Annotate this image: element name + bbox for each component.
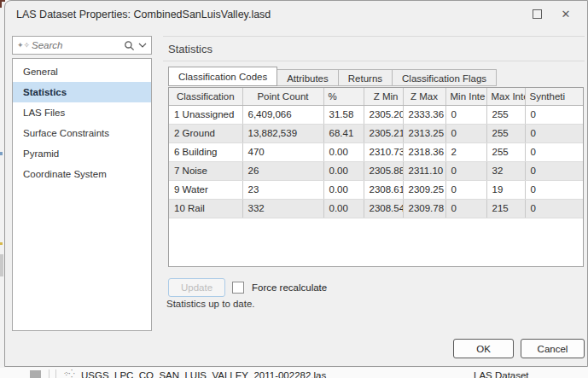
table-cell: 1 Unassigned: [169, 105, 242, 124]
background-speck: [0, 152, 3, 155]
column-header-point-count[interactable]: Point Count: [242, 88, 323, 105]
table-cell: 332: [242, 199, 323, 218]
table-cell: 13,882,539: [242, 124, 323, 142]
table-cell: 2309.78: [403, 199, 445, 218]
table-cell: 2318.36: [403, 142, 445, 161]
table-cell: 0: [445, 180, 486, 199]
tree-guide-line: [55, 369, 56, 378]
table-cell: 0: [445, 199, 486, 218]
table-cell: 0.00: [323, 142, 364, 161]
force-recalculate-label: Force recalculate: [252, 282, 327, 293]
table-cell: 0: [525, 161, 583, 180]
tree-guide-line: [49, 369, 49, 378]
table-cell: 23: [242, 180, 323, 199]
background-corner-mark: [0, 0, 2, 8]
las-dataset-properties-dialog: LAS Dataset Properties: CombinedSanLuisV…: [4, 0, 588, 367]
table-cell: 0.00: [323, 161, 364, 180]
column-header--[interactable]: %: [323, 88, 364, 105]
close-icon: ✕: [562, 9, 571, 20]
update-button[interactable]: Update: [168, 278, 225, 297]
table-cell: 2: [445, 142, 486, 161]
sidebar-item-pyramid[interactable]: Pyramid: [13, 143, 151, 164]
table-cell: 2305.20: [364, 105, 403, 124]
table-cell: 470: [242, 142, 323, 161]
chevron-down-icon[interactable]: [138, 43, 147, 48]
table-cell: 255: [486, 142, 525, 161]
table-cell: 0: [445, 161, 486, 180]
table-cell: 2305.88: [364, 161, 403, 180]
dialog-title: LAS Dataset Properties: CombinedSanLuisV…: [16, 9, 522, 20]
sidebar-item-coordinate-system[interactable]: Coordinate System: [13, 164, 151, 184]
table-cell: 0.00: [323, 180, 364, 199]
page-title: Statistics: [168, 43, 212, 55]
background-catalog-row[interactable]: ⁘⁛ USGS_LPC_CO_SAN_LUIS_VALLEY_2011-0022…: [0, 368, 588, 378]
sidebar-item-statistics[interactable]: Statistics: [13, 82, 151, 102]
tab-returns[interactable]: Returns: [339, 69, 393, 86]
force-recalculate-checkbox[interactable]: [232, 282, 244, 294]
sidebar-item-general[interactable]: General: [13, 61, 151, 82]
filter-sparkle-icon: ✦✧: [17, 41, 28, 49]
table-cell: 0: [525, 180, 583, 199]
properties-nav-list: GeneralStatisticsLAS FilesSurface Constr…: [12, 58, 152, 331]
statistics-tabs: Classification CodesAttributesReturnsCla…: [168, 67, 497, 86]
table-cell: 255: [486, 124, 525, 142]
cancel-button[interactable]: Cancel: [521, 339, 585, 358]
table-cell: 9 Water: [169, 180, 242, 199]
table-cell: 2308.61: [364, 180, 403, 199]
table-cell: 6 Building: [169, 142, 242, 161]
las-file-icon: ⁘⁛: [63, 369, 75, 378]
sidebar-item-las-files[interactable]: LAS Files: [13, 102, 151, 123]
background-scrollbar-fragment: [0, 254, 3, 276]
tab-attributes[interactable]: Attributes: [277, 69, 339, 86]
table-cell: 10 Rail: [169, 199, 242, 218]
table-cell: 68.41: [323, 124, 364, 142]
background-speck: [0, 242, 3, 245]
table-row[interactable]: 7 Noise260.002305.882311.100320: [169, 161, 583, 180]
table-row[interactable]: 9 Water230.002308.612309.250190: [169, 180, 583, 199]
las-file-name: USGS_LPC_CO_SAN_LUIS_VALLEY_2011-002282.…: [81, 370, 326, 378]
content-top-divider: [163, 36, 585, 37]
sidebar-item-surface-constraints[interactable]: Surface Constraints: [13, 123, 151, 143]
las-file-type: LAS Dataset: [474, 370, 529, 378]
tab-classification-codes[interactable]: Classification Codes: [168, 67, 277, 86]
table-cell: 7 Noise: [169, 161, 242, 180]
table-cell: 0: [445, 124, 486, 142]
table-cell: 2309.25: [403, 180, 445, 199]
table-cell: 2308.54: [364, 199, 403, 218]
table-row[interactable]: 10 Rail3320.002308.542309.7802150: [169, 199, 583, 218]
table-cell: 0: [525, 199, 583, 218]
table-cell: 215: [486, 199, 525, 218]
search-placeholder: Search: [32, 40, 120, 50]
sidebar-search-box[interactable]: ✦✧ Search: [12, 36, 152, 55]
table-cell: 2310.73: [364, 142, 403, 161]
table-cell: 2311.10: [403, 161, 445, 180]
table-cell: 31.58: [323, 105, 364, 124]
table-cell: 0: [525, 105, 583, 124]
ok-button[interactable]: OK: [453, 339, 514, 358]
maximize-icon: [533, 9, 542, 19]
table-cell: 26: [242, 161, 323, 180]
table-cell: 2305.21: [364, 124, 403, 142]
table-row[interactable]: 1 Unassigned6,409,06631.582305.202333.36…: [169, 105, 583, 124]
close-button[interactable]: ✕: [551, 4, 580, 25]
table-cell: 2 Ground: [169, 124, 242, 142]
tab-classification-flags[interactable]: Classification Flags: [393, 69, 497, 86]
dialog-titlebar[interactable]: LAS Dataset Properties: CombinedSanLuisV…: [5, 1, 587, 27]
table-cell: 255: [486, 105, 525, 124]
table-row[interactable]: 2 Ground13,882,53968.412305.212313.25025…: [169, 124, 583, 142]
column-header-max-inte[interactable]: Max Inte: [486, 88, 525, 105]
column-header-classification[interactable]: Classification: [169, 88, 242, 105]
heading-divider: [163, 61, 585, 61]
table-row[interactable]: 6 Building4700.002310.732318.3622550: [169, 142, 583, 161]
las-file-row[interactable]: ⁘⁛ USGS_LPC_CO_SAN_LUIS_VALLEY_2011-0022…: [0, 369, 588, 378]
table-cell: 32: [486, 161, 525, 180]
statistics-status-text: Statistics up to date.: [166, 299, 255, 309]
maximize-button[interactable]: [522, 4, 551, 25]
table-cell: 0: [525, 142, 583, 161]
selection-square-icon: [30, 370, 41, 378]
column-header-z-max[interactable]: Z Max: [403, 88, 445, 105]
column-header-min-inte[interactable]: Min Inte: [445, 88, 486, 105]
column-header-z-min[interactable]: Z Min: [364, 88, 403, 105]
classification-codes-table: ClassificationPoint Count%Z MinZ MaxMin …: [168, 87, 584, 267]
column-header-syntheti[interactable]: Syntheti: [525, 88, 583, 105]
